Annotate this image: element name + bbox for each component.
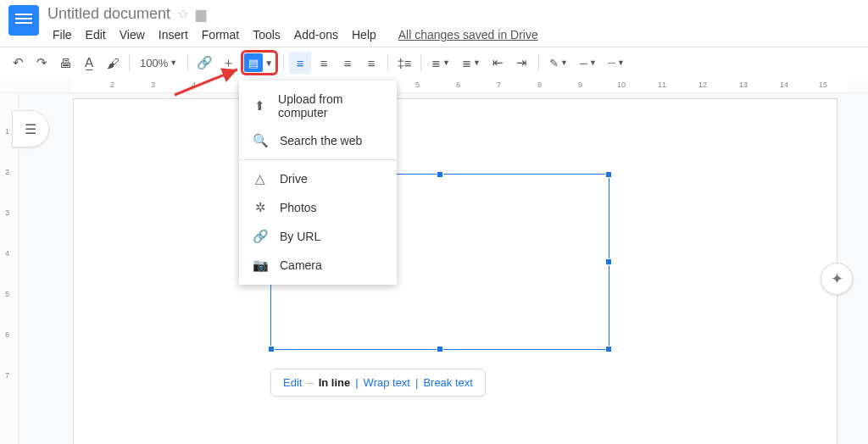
page[interactable]: Edit – In line | Wrap text | Break text	[73, 98, 837, 444]
upload-icon: ⬆	[253, 98, 266, 114]
align-center-button[interactable]: ≡	[313, 52, 335, 74]
resize-handle[interactable]	[437, 171, 443, 178]
print-button[interactable]: 🖶	[54, 52, 76, 74]
chevron-down-icon: ▼	[263, 58, 275, 68]
border-dash-button[interactable]: ┄▼	[604, 52, 630, 74]
paint-format-button[interactable]: 🖌	[102, 52, 124, 74]
horizontal-ruler[interactable]: 234 567 8910 111213 1415	[0, 78, 868, 93]
image-icon: ▤	[244, 53, 263, 72]
menu-drive[interactable]: △ Drive	[239, 164, 397, 193]
star-icon[interactable]: ☆	[177, 6, 189, 22]
search-icon: 🔍	[253, 133, 268, 148]
insert-image-menu: ⬆ Upload from computer 🔍 Search the web …	[239, 80, 397, 285]
menu-search-the-web[interactable]: 🔍 Search the web	[239, 126, 397, 155]
resize-handle[interactable]	[605, 171, 612, 178]
decrease-indent-button[interactable]: ⇤	[487, 52, 509, 74]
docs-logo[interactable]	[8, 5, 39, 36]
menu-bar: File Edit View Insert Format Tools Add-o…	[47, 26, 543, 43]
bulleted-list-button[interactable]: ≣▼	[457, 52, 486, 74]
menu-tools[interactable]: Tools	[248, 26, 286, 43]
menu-edit[interactable]: Edit	[81, 26, 111, 43]
menu-by-url[interactable]: 🔗 By URL	[239, 222, 397, 251]
border-weight-button[interactable]: ─▼	[575, 52, 602, 74]
workspace: 123 456 7 Edit – In line | Wrap text | B…	[0, 93, 868, 444]
doc-title[interactable]: Untitled document	[47, 5, 170, 23]
menu-help[interactable]: Help	[347, 26, 381, 43]
resize-handle[interactable]	[605, 346, 612, 352]
zoom-select[interactable]: 100%▼	[135, 52, 182, 74]
menu-photos[interactable]: ✲ Photos	[239, 193, 397, 222]
menu-view[interactable]: View	[114, 26, 150, 43]
menu-format[interactable]: Format	[197, 26, 244, 43]
add-comment-button[interactable]: ＋	[217, 52, 239, 74]
menu-upload-from-computer[interactable]: ⬆ Upload from computer	[239, 86, 397, 126]
menu-insert[interactable]: Insert	[153, 26, 193, 43]
numbered-list-button[interactable]: ≣▼	[426, 52, 455, 74]
undo-button[interactable]: ↶	[7, 52, 29, 74]
menu-file[interactable]: File	[47, 26, 77, 43]
photos-icon: ✲	[253, 200, 268, 215]
resize-handle[interactable]	[268, 346, 275, 352]
insert-link-button[interactable]: 🔗	[193, 52, 215, 74]
align-left-button[interactable]: ≡	[289, 52, 311, 74]
menu-camera[interactable]: 📷 Camera	[239, 251, 397, 280]
wrap-text-option[interactable]: Wrap text	[364, 376, 410, 389]
redo-button[interactable]: ↷	[31, 52, 53, 74]
folder-icon[interactable]: ▆	[196, 6, 206, 22]
break-text-option[interactable]: Break text	[423, 376, 473, 389]
menu-addons[interactable]: Add-ons	[289, 26, 343, 43]
outline-toggle-button[interactable]: ☰	[12, 110, 49, 147]
align-right-button[interactable]: ≡	[337, 52, 359, 74]
edit-image-link[interactable]: Edit	[283, 376, 302, 389]
inline-option[interactable]: In line	[319, 376, 351, 389]
link-icon: 🔗	[253, 229, 268, 244]
resize-handle[interactable]	[605, 258, 612, 265]
toolbar: ↶ ↷ 🖶 A̲ 🖌 100%▼ 🔗 ＋ ▤ ▼ ≡ ≡ ≡ ≡ ‡≡ ≣▼ ≣…	[0, 47, 868, 78]
resize-handle[interactable]	[437, 346, 443, 352]
border-color-button[interactable]: ✎▼	[544, 52, 573, 74]
align-justify-button[interactable]: ≡	[360, 52, 382, 74]
drive-icon: △	[253, 171, 268, 186]
image-options-toolbar: Edit – In line | Wrap text | Break text	[270, 369, 486, 397]
spellcheck-button[interactable]: A̲	[78, 52, 100, 74]
increase-indent-button[interactable]: ⇥	[511, 52, 533, 74]
insert-image-button[interactable]: ▤ ▼	[241, 50, 278, 75]
save-status[interactable]: All changes saved in Drive	[393, 26, 543, 43]
line-spacing-button[interactable]: ‡≡	[393, 52, 415, 74]
explore-button[interactable]: ✦	[821, 263, 853, 295]
menu-separator	[239, 159, 397, 160]
camera-icon: 📷	[253, 258, 268, 273]
